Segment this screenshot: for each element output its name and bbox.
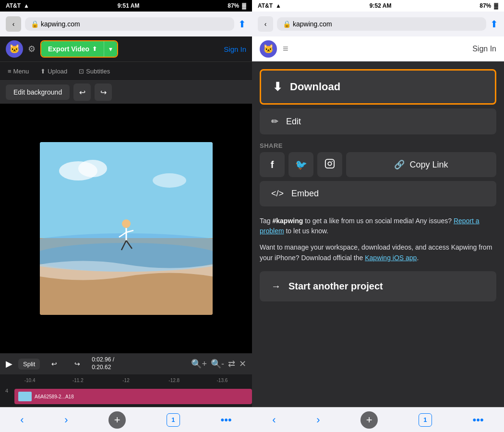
timeline-undo-button[interactable]: ↩ bbox=[46, 355, 63, 372]
subtitles-icon: ⊡ bbox=[79, 68, 84, 75]
url-text-left: kapwing.com bbox=[41, 20, 80, 28]
arrow-icon: → bbox=[271, 281, 281, 292]
video-preview bbox=[40, 142, 213, 315]
promo-text: Want to manage your workspace, download … bbox=[252, 239, 504, 269]
forward-button-left[interactable]: › bbox=[64, 414, 68, 426]
zoom-in-button[interactable]: 🔍+ bbox=[191, 359, 207, 369]
browser-back-icon[interactable]: ‹ bbox=[6, 16, 21, 32]
right-url-bar[interactable]: 🔒 kapwing.com bbox=[277, 17, 486, 31]
facebook-button[interactable]: f bbox=[260, 152, 285, 177]
back-button-left[interactable]: ‹ bbox=[20, 414, 24, 426]
share-label: SHARE bbox=[252, 136, 504, 152]
svg-point-3 bbox=[153, 173, 186, 188]
clip-thumbnail bbox=[18, 392, 32, 401]
embed-button[interactable]: </> Embed bbox=[260, 181, 496, 206]
edit-background-button[interactable]: Edit background bbox=[6, 84, 70, 100]
back-button-right[interactable]: ‹ bbox=[272, 414, 276, 426]
track-clip[interactable]: A6A62589-2...A18 bbox=[14, 389, 252, 404]
start-project-label: Start another project bbox=[288, 281, 383, 292]
fit-button[interactable]: ⇄ bbox=[228, 359, 235, 369]
zoom-out-button[interactable]: 🔍- bbox=[211, 359, 224, 369]
pencil-icon: ✏ bbox=[271, 116, 278, 127]
nav-menu[interactable]: ≡ Menu bbox=[8, 68, 29, 75]
add-button-right[interactable]: + bbox=[360, 411, 378, 429]
code-icon: </> bbox=[271, 189, 284, 199]
redo-button[interactable]: ↪ bbox=[95, 84, 112, 101]
twitter-button[interactable]: 🐦 bbox=[288, 152, 313, 177]
edit-label: Edit bbox=[286, 117, 301, 127]
hamburger-icon-left: ≡ bbox=[8, 68, 12, 75]
embed-label: Embed bbox=[291, 189, 319, 199]
upload-icon: ⬆ bbox=[40, 68, 46, 75]
more-button-left[interactable]: ••• bbox=[221, 414, 232, 426]
lock-icon-right: 🔒 bbox=[283, 20, 291, 28]
browser-back-right[interactable]: ‹ bbox=[258, 16, 273, 32]
twitter-icon: 🐦 bbox=[295, 159, 307, 170]
facebook-icon: f bbox=[271, 159, 274, 170]
instagram-icon bbox=[324, 158, 335, 171]
avatar-right: 🐱 bbox=[260, 40, 277, 58]
right-content: ⬇ Download ✏ Edit SHARE f 🐦 bbox=[252, 61, 504, 407]
add-button-left[interactable]: + bbox=[108, 411, 126, 429]
tag-text: Tag #kapwing to get a like from us on so… bbox=[252, 210, 504, 239]
undo-button[interactable]: ↩ bbox=[73, 84, 91, 101]
video-canvas bbox=[0, 104, 252, 353]
battery-right: 87% bbox=[480, 2, 491, 9]
tab-count-right[interactable]: 1 bbox=[419, 413, 432, 427]
export-video-button[interactable]: Export Video ⬆ bbox=[41, 41, 104, 57]
export-button-container: Export Video ⬆ ▾ bbox=[40, 40, 118, 58]
instagram-button[interactable] bbox=[317, 152, 342, 177]
edit-button[interactable]: ✏ Edit bbox=[260, 108, 496, 134]
left-bottom-nav: ‹ › + 1 ••• bbox=[0, 407, 252, 432]
more-button-right[interactable]: ••• bbox=[473, 414, 484, 426]
nav-subtitles[interactable]: ⊡ Subtitles bbox=[79, 68, 110, 75]
timeline-tracks: 4 A6A62589-2...A18 bbox=[0, 386, 252, 407]
sign-in-link-left[interactable]: Sign In bbox=[224, 45, 246, 53]
link-icon: 🔗 bbox=[394, 159, 405, 170]
lock-icon-left: 🔒 bbox=[31, 20, 39, 28]
close-timeline-button[interactable]: ✕ bbox=[239, 359, 246, 369]
left-toolbar: Edit background ↩ ↪ bbox=[0, 81, 252, 104]
export-video-label: Export Video bbox=[48, 45, 89, 53]
avatar-left: 🐱 bbox=[6, 40, 23, 58]
copy-link-button[interactable]: 🔗 Copy Link bbox=[346, 152, 496, 177]
right-app-header: 🐱 ≡ Sign In bbox=[252, 36, 504, 61]
svg-rect-13 bbox=[325, 159, 334, 168]
battery-left: 87% bbox=[228, 2, 239, 9]
tab-count-left[interactable]: 1 bbox=[167, 413, 180, 427]
export-share-icon: ⬆ bbox=[92, 46, 97, 52]
left-nav-bar: ≡ Menu ⬆ Upload ⊡ Subtitles bbox=[0, 61, 252, 81]
time-left: 9:51 AM bbox=[118, 2, 140, 9]
ruler-mark-5: -13.6 bbox=[198, 378, 246, 383]
share-icon-left[interactable]: ⬆ bbox=[238, 18, 246, 30]
export-chevron-button[interactable]: ▾ bbox=[104, 41, 117, 57]
svg-point-15 bbox=[332, 161, 333, 162]
sign-in-right[interactable]: Sign In bbox=[472, 45, 496, 53]
timeline-redo-button[interactable]: ↪ bbox=[69, 355, 86, 372]
tag-prefix: Tag bbox=[260, 217, 272, 225]
nav-upload[interactable]: ⬆ Upload bbox=[40, 68, 67, 75]
gear-icon[interactable]: ⚙ bbox=[28, 44, 36, 54]
kapwing-app-link[interactable]: Kapwing iOS app bbox=[365, 254, 417, 262]
ruler-mark-4: -12.8 bbox=[150, 378, 198, 383]
download-button[interactable]: ⬇ Download bbox=[260, 69, 496, 105]
left-status-bar: AT&T ▲ 9:51 AM 87% ▓ bbox=[0, 0, 252, 12]
split-button[interactable]: Split bbox=[18, 359, 40, 370]
forward-button-right[interactable]: › bbox=[316, 414, 320, 426]
time-display: 0:02.96 / 0:20.62 bbox=[92, 356, 114, 371]
time-total: 0:20.62 bbox=[92, 364, 114, 372]
nav-menu-label: Menu bbox=[13, 68, 29, 75]
svg-point-7 bbox=[122, 219, 131, 228]
redo-icon: ↪ bbox=[100, 88, 107, 97]
download-icon: ⬇ bbox=[273, 80, 282, 94]
start-another-project-button[interactable]: → Start another project bbox=[260, 271, 496, 301]
hamburger-icon-right[interactable]: ≡ bbox=[283, 43, 288, 54]
play-button[interactable]: ▶ bbox=[6, 359, 12, 369]
right-bottom-nav: ‹ › + 1 ••• bbox=[252, 407, 504, 432]
left-url-bar[interactable]: 🔒 kapwing.com bbox=[25, 17, 234, 31]
battery-icon-left: ▓ bbox=[242, 2, 246, 9]
share-icon-right[interactable]: ⬆ bbox=[490, 18, 498, 30]
edit-background-label: Edit background bbox=[13, 88, 62, 96]
svg-point-14 bbox=[328, 162, 331, 165]
tag-suffix: to get a like from us on social media! A… bbox=[303, 217, 454, 225]
